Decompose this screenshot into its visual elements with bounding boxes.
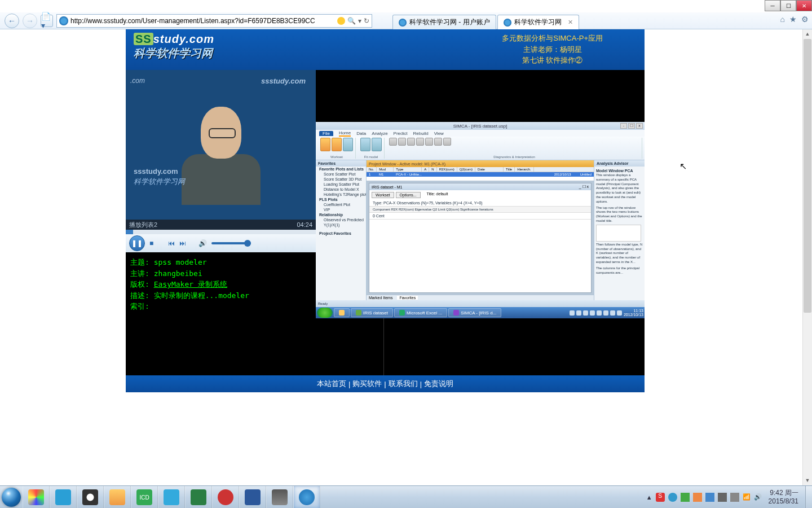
course-lesson: 第七讲 软件操作② — [502, 55, 603, 66]
footer-link-buy[interactable]: 购买软件 — [352, 379, 382, 389]
address-bar[interactable]: 🔍▾ ↻ — [56, 14, 372, 28]
simca-ribbon: Workset Fit model Diagnostics & Interpre… — [316, 137, 645, 160]
course-title: 多元数据分析与SIMCA-P+应用 — [502, 33, 603, 44]
footer-link-contact[interactable]: 联系我们 — [389, 379, 418, 389]
url-input[interactable] — [70, 17, 337, 25]
tray-icon[interactable] — [718, 493, 727, 502]
show-desktop-button[interactable] — [805, 486, 812, 509]
page-content: SSstudy.com 科学软件学习网 多元数据分析与SIMCA-P+应用 主讲… — [0, 29, 812, 485]
search-icon[interactable]: 🔍 — [347, 17, 356, 25]
volume-tray-icon[interactable]: 🔊 — [754, 493, 762, 501]
forward-button[interactable]: → — [23, 14, 37, 28]
back-button[interactable]: ← — [5, 14, 19, 28]
ie-icon — [399, 19, 407, 27]
windows-taskbar: ICD ▲ S 📶 🔊 9:42 周一 2015/8/31 — [0, 485, 812, 508]
course-teacher: 主讲老师：杨明星 — [502, 44, 603, 55]
tab-1[interactable]: 科学软件学习网 - 用户账户 — [392, 15, 496, 29]
close-button[interactable]: ✕ — [796, 0, 812, 11]
close-icon: x — [636, 123, 643, 129]
site-header: SSstudy.com 科学软件学习网 多元数据分析与SIMCA-P+应用 主讲… — [126, 29, 645, 70]
tray-icon[interactable] — [693, 493, 702, 502]
info-topic: spss modeler — [154, 258, 207, 266]
tray-icon[interactable] — [668, 493, 677, 502]
maximize-button[interactable]: ☐ — [780, 0, 796, 11]
volume-icon[interactable]: 🔊 — [198, 239, 207, 247]
tray-icon[interactable] — [730, 493, 739, 502]
tab-label: 科学软件学习网 — [514, 17, 562, 27]
video-controls: ❚❚ ■ ⏮ ⏭ 🔊 — [126, 234, 316, 252]
watermark: ssstudy.com — [261, 77, 306, 85]
menu-data: Data — [356, 131, 366, 136]
task-explorer[interactable] — [104, 486, 131, 508]
task-app-1[interactable] — [23, 486, 50, 508]
seek-bar[interactable] — [126, 230, 316, 234]
tray-icon[interactable] — [705, 493, 714, 502]
menu-predict: Predict — [394, 131, 408, 136]
task-app-2[interactable] — [50, 486, 77, 508]
watermark: 科学软件学习网 — [134, 177, 185, 187]
network-icon[interactable]: 📶 — [743, 493, 751, 501]
start-orb-inner — [317, 308, 333, 318]
task-excel[interactable] — [185, 486, 212, 508]
tab-strip: 科学软件学习网 - 用户账户 科学软件学习网 ✕ — [392, 12, 778, 29]
model-window: IRIS dataset - M1_ ☐ x Workset Options..… — [369, 183, 592, 293]
task-app-3[interactable]: ICD — [131, 486, 158, 508]
video-player[interactable]: .com ssstudy.com ssstudy.com 科学软件学习网 — [126, 70, 316, 220]
home-icon[interactable]: ⌂ — [780, 15, 785, 24]
favorites-panel: Favorites Favorite Plots and Lists Score… — [316, 160, 367, 300]
footer-link-home[interactable]: 本站首页 — [317, 379, 346, 389]
task-qq[interactable] — [77, 486, 104, 508]
start-button[interactable] — [0, 486, 23, 509]
logo-cn: 科学软件学习网 — [134, 46, 214, 61]
video-time: 04:24 — [297, 221, 312, 228]
compat-button[interactable]: 📄▾ — [41, 15, 53, 27]
clock[interactable]: 9:42 周一 2015/8/31 — [765, 489, 802, 505]
min-icon: - — [620, 123, 627, 129]
task-item: SIMCA - [IRIS d... — [448, 308, 501, 317]
tab-label: 科学软件学习网 - 用户账户 — [409, 17, 490, 27]
task-app-4[interactable] — [158, 486, 185, 508]
site-footer: 本站首页 | 购买软件 | 联系我们 | 免责说明 — [126, 375, 645, 392]
favorites-icon[interactable]: ★ — [789, 15, 797, 24]
volume-slider[interactable] — [211, 242, 251, 244]
task-app-5[interactable] — [212, 486, 239, 508]
prev-button[interactable]: ⏮ — [168, 239, 175, 247]
refresh-icon[interactable]: ↻ — [364, 17, 369, 25]
scroll-down-arrow[interactable]: ▼ — [803, 476, 812, 485]
menu-file: File — [319, 131, 333, 136]
menu-analyze: Analyze — [372, 131, 387, 136]
tools-icon[interactable]: ⚙ — [801, 15, 809, 24]
task-word[interactable] — [239, 486, 266, 508]
menu-home: Home — [339, 130, 351, 137]
task-ie[interactable] — [293, 486, 320, 508]
footer-link-disclaimer[interactable]: 免责说明 — [424, 379, 453, 389]
tray-icon[interactable] — [681, 493, 690, 502]
next-button[interactable]: ⏭ — [179, 239, 186, 247]
scroll-thumb[interactable] — [804, 39, 811, 313]
ie-icon — [59, 16, 68, 25]
tray-expand-icon[interactable]: ▲ — [646, 494, 652, 501]
ie-icon — [504, 19, 511, 27]
scroll-up-arrow[interactable]: ▲ — [803, 29, 812, 39]
ime-icon[interactable]: S — [656, 493, 665, 502]
task-item — [334, 308, 350, 317]
info-index: 索引: — [130, 302, 149, 310]
task-item: Microsoft Excel ... — [394, 308, 447, 317]
close-tab-icon[interactable]: ✕ — [568, 19, 573, 26]
info-copyright-link[interactable]: EasyMaker 录制系统 — [154, 280, 227, 288]
stop-button[interactable]: ■ — [149, 239, 153, 247]
pause-button[interactable]: ❚❚ — [129, 235, 145, 251]
task-app-6[interactable] — [266, 486, 293, 508]
system-tray: ▲ S 📶 🔊 9:42 周一 2015/8/31 — [643, 489, 805, 505]
watermark: .com — [130, 77, 145, 85]
tab-2[interactable]: 科学软件学习网 ✕ — [497, 15, 579, 29]
minimize-button[interactable]: ─ — [765, 0, 780, 11]
simca-title: SIMCA - [IRIS dataset.usp] — [453, 124, 508, 129]
lecturer-figure — [182, 107, 261, 208]
inner-taskbar: IRIS dataset Microsoft Excel ... SIMCA -… — [316, 307, 645, 318]
course-info: 主题: spss modeler 主讲: zhangbeibei 版权: Eas… — [126, 252, 316, 375]
vertical-scrollbar[interactable]: ▲ ▼ — [802, 29, 812, 485]
project-header: Project Window - Active model: M1 (PCA-X… — [367, 160, 594, 167]
advisor-panel: Analysis Advisor Model Window PCA This w… — [594, 160, 645, 300]
info-lecturer: zhangbeibei — [154, 269, 202, 278]
